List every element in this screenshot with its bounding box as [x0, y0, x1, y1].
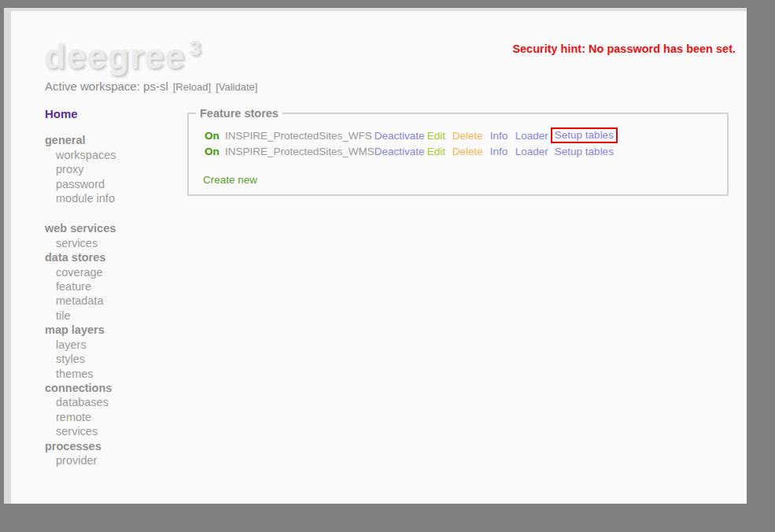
edit-link-wfs[interactable]: Edit [427, 130, 445, 142]
info-link-wfs[interactable]: Info [490, 130, 508, 142]
sidebar-group-web-services: web services services [45, 221, 183, 250]
sidebar-item-themes[interactable]: themes [45, 367, 183, 381]
delete-link-wfs[interactable]: Delete [452, 130, 483, 142]
logo-text: deegree [44, 36, 186, 76]
sidebar-group-label-map-layers: map layers [45, 323, 183, 337]
sidebar-nav: Home general workspaces proxy password m… [45, 107, 183, 467]
delete-link-wms[interactable]: Delete [452, 146, 483, 157]
sidebar-group-connections: connections databases remote services [45, 381, 183, 439]
feature-store-row-wfs: On INSPIRE_ProtectedSites_WFS Deactivate… [205, 127, 618, 143]
sidebar-item-home[interactable]: Home [45, 107, 78, 121]
sidebar-group-data-stores: data stores coverage feature metadata ti… [45, 250, 183, 323]
sidebar-item-services-web[interactable]: services [45, 236, 183, 250]
setup-tables-link-wfs[interactable]: Setup tables [555, 129, 614, 141]
active-workspace-label: Active workspace: ps-sl [45, 79, 168, 93]
sidebar-item-workspaces[interactable]: workspaces [45, 148, 183, 162]
feature-store-name-wfs: INSPIRE_ProtectedSites_WFS [225, 130, 372, 142]
logo-superscript: 3 [190, 36, 201, 60]
sidebar-item-proxy[interactable]: proxy [45, 162, 183, 176]
edit-link-wms[interactable]: Edit [427, 146, 445, 157]
sidebar-item-databases[interactable]: databases [45, 395, 183, 409]
sidebar-group-label-data-stores: data stores [45, 250, 183, 264]
deactivate-link-wms[interactable]: Deactivate [375, 146, 425, 157]
security-hint: Security hint: No password has been set. [512, 42, 736, 55]
loader-link-wms[interactable]: Loader [515, 146, 548, 157]
setup-tables-link-wms[interactable]: Setup tables [555, 146, 614, 157]
feature-stores-table: On INSPIRE_ProtectedSites_WFS Deactivate… [205, 127, 618, 159]
sidebar-item-styles[interactable]: styles [45, 352, 183, 366]
feature-store-row-wms: On INSPIRE_ProtectedSites_WMS Deactivate… [205, 143, 618, 159]
feature-store-name-wms: INSPIRE_ProtectedSites_WMS [225, 146, 375, 157]
sidebar-item-metadata[interactable]: metadata [45, 294, 183, 308]
sidebar-item-coverage[interactable]: coverage [45, 265, 183, 279]
create-new-link[interactable]: Create new [203, 174, 257, 186]
workspace-line: Active workspace: ps-sl[Reload][Validate… [45, 79, 257, 93]
deegree-logo: deegree3 [44, 36, 201, 77]
reload-link[interactable]: [Reload] [173, 81, 211, 93]
sidebar-group-processes: processes provider [45, 439, 183, 468]
sidebar-group-label-general: general [45, 133, 183, 147]
highlight-box: Setup tables [551, 127, 618, 143]
sidebar-item-feature[interactable]: feature [45, 279, 183, 294]
status-badge-wfs: On [205, 130, 220, 142]
sidebar-group-label-web-services: web services [45, 221, 183, 235]
desktop-background: deegree3 Security hint: No password has … [0, 0, 775, 532]
sidebar-item-layers[interactable]: layers [45, 338, 183, 352]
console-page: deegree3 Security hint: No password has … [11, 11, 747, 504]
validate-link[interactable]: [Validate] [216, 81, 257, 93]
sidebar-group-general: general workspaces proxy password module… [45, 133, 183, 205]
deactivate-link-wfs[interactable]: Deactivate [375, 130, 425, 142]
sidebar-item-module-info[interactable]: module info [45, 191, 183, 205]
sidebar-item-remote[interactable]: remote [45, 410, 183, 424]
sidebar-item-tile[interactable]: tile [45, 308, 183, 323]
loader-link-wfs[interactable]: Loader [515, 130, 548, 142]
sidebar-item-password[interactable]: password [45, 177, 183, 191]
sidebar-group-map-layers: map layers layers styles themes [45, 323, 183, 381]
sidebar-group-label-connections: connections [45, 381, 183, 395]
sidebar-group-label-processes: processes [45, 439, 183, 453]
status-badge-wms: On [205, 146, 220, 157]
sidebar-item-services-connections[interactable]: services [45, 424, 183, 438]
feature-stores-legend: Feature stores [196, 107, 282, 120]
info-link-wms[interactable]: Info [490, 146, 508, 157]
feature-stores-fieldset: Feature stores On INSPIRE_ProtectedSites… [187, 107, 729, 196]
sidebar-item-provider[interactable]: provider [45, 453, 183, 467]
